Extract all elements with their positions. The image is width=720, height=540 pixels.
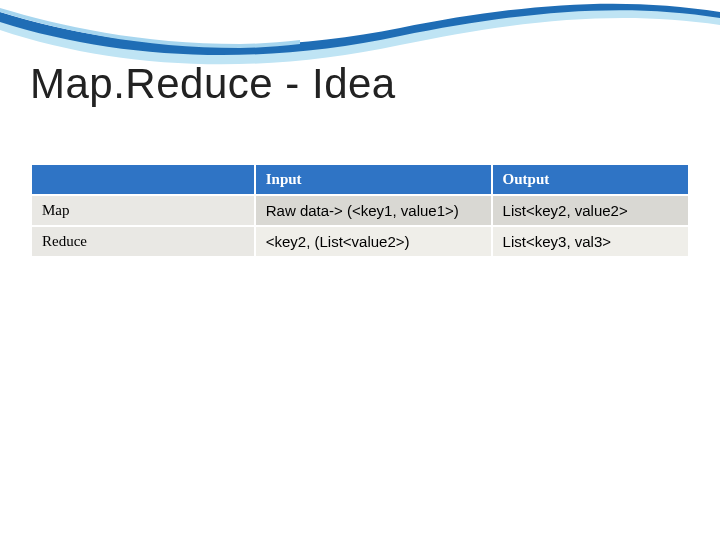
table-row: Map Raw data-> (<key1, value1>) List<key… [31, 195, 689, 226]
mapreduce-table: Input Output Map Raw data-> (<key1, valu… [30, 163, 690, 258]
table-header-row: Input Output [31, 164, 689, 195]
cell-map-output: List<key2, value2> [492, 195, 689, 226]
table-header-input: Input [255, 164, 492, 195]
table-header-output: Output [492, 164, 689, 195]
cell-map-input: Raw data-> (<key1, value1>) [255, 195, 492, 226]
row-label-map: Map [31, 195, 255, 226]
cell-reduce-input: <key2, (List<value2>) [255, 226, 492, 257]
cell-reduce-output: List<key3, val3> [492, 226, 689, 257]
row-label-reduce: Reduce [31, 226, 255, 257]
table-header-blank [31, 164, 255, 195]
table-row: Reduce <key2, (List<value2>) List<key3, … [31, 226, 689, 257]
slide-content: Map.Reduce - Idea Input Output Map Raw d… [30, 60, 690, 258]
slide-title: Map.Reduce - Idea [30, 60, 690, 108]
